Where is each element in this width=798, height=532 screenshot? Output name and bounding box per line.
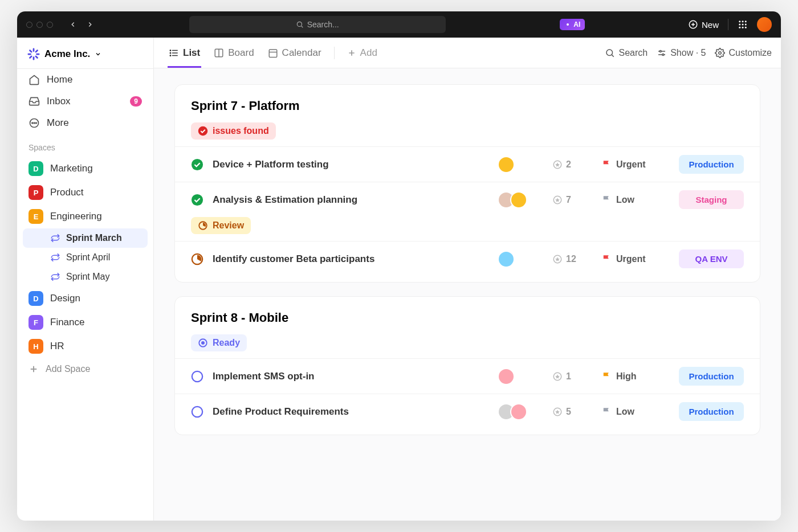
svg-point-48 (198, 126, 208, 136)
assignee-avatar[interactable] (510, 191, 527, 208)
window-controls[interactable] (26, 22, 53, 28)
subtask-count[interactable]: 7 (552, 195, 592, 205)
environment-tag[interactable]: Production (679, 402, 744, 421)
space-badge: F (28, 315, 43, 330)
subtask-count[interactable]: 12 (552, 254, 592, 264)
sidebar-home[interactable]: Home (17, 69, 153, 91)
task-status-icon[interactable] (191, 253, 203, 265)
ai-button[interactable]: AI (560, 19, 585, 30)
space-badge: E (28, 209, 43, 224)
status-label: Ready (213, 338, 240, 348)
task-row[interactable]: Device + Platform testing 2 Urgent Produ… (175, 146, 760, 182)
svg-marker-54 (555, 198, 560, 202)
tab-list[interactable]: List (163, 39, 206, 67)
history-nav (66, 17, 97, 32)
tab-calendar[interactable]: Calendar (262, 39, 327, 67)
search-placeholder: Search... (307, 20, 339, 29)
gear-icon (715, 48, 725, 58)
global-search[interactable]: Search... (189, 16, 446, 33)
task-row[interactable]: Implement SMS opt-in 1 High Production (175, 358, 760, 394)
sidebar-space-engineering[interactable]: EEngineering (17, 204, 153, 228)
task-row[interactable]: Analysis & Estimation planning 7 Low Sta… (175, 182, 760, 217)
sidebar-sprint-item[interactable]: Sprint April (23, 248, 148, 267)
sidebar-space-marketing[interactable]: DMarketing (17, 157, 153, 181)
workspace-name: Acme Inc. (44, 48, 90, 60)
svg-point-33 (170, 52, 171, 54)
tab-board[interactable]: Board (208, 39, 259, 67)
assignee-avatar[interactable] (510, 403, 527, 420)
priority[interactable]: Urgent (601, 159, 670, 170)
view-show-button[interactable]: Show · 5 (657, 48, 706, 58)
svg-point-41 (606, 50, 613, 56)
space-label: HR (50, 341, 64, 352)
new-button[interactable]: New (688, 19, 719, 30)
add-space-button[interactable]: Add Space (17, 358, 153, 380)
search-icon (296, 21, 304, 28)
assignee-avatar[interactable] (498, 368, 515, 385)
view-search-button[interactable]: Search (605, 48, 648, 58)
flag-icon (601, 407, 612, 417)
subtask-count[interactable]: 1 (552, 371, 592, 382)
sidebar-sprint-item[interactable]: Sprint May (23, 267, 148, 287)
task-name: Analysis & Estimation planning (213, 194, 488, 206)
sidebar-more[interactable]: More (17, 112, 153, 134)
task-status-icon[interactable] (191, 194, 203, 206)
close-dot[interactable] (26, 22, 32, 28)
workspace-selector[interactable]: Acme Inc. (17, 46, 153, 69)
assignee-avatar[interactable] (498, 251, 515, 268)
plus-icon (28, 364, 39, 374)
space-badge: H (28, 339, 43, 354)
svg-point-9 (739, 24, 740, 26)
min-dot[interactable] (36, 22, 43, 28)
subtask-count[interactable]: 2 (552, 159, 592, 170)
user-avatar[interactable] (757, 17, 772, 32)
list-icon (169, 48, 179, 58)
svg-rect-37 (269, 50, 277, 58)
task-status-icon[interactable] (191, 406, 203, 418)
plus-circle-icon (688, 19, 698, 30)
sidebar-inbox[interactable]: Inbox 9 (17, 91, 153, 112)
task-row[interactable]: Identify customer Beta participants 12 U… (175, 241, 760, 276)
apps-icon[interactable] (738, 19, 748, 30)
assignee-avatar[interactable] (498, 156, 515, 173)
svg-point-64 (192, 406, 202, 416)
environment-tag[interactable]: QA ENV (679, 249, 744, 268)
sidebar-space-product[interactable]: PProduct (17, 181, 153, 204)
priority[interactable]: High (601, 371, 670, 382)
forward-button[interactable] (83, 17, 97, 32)
status-pill-ready[interactable]: Ready (191, 334, 247, 351)
svg-point-47 (719, 51, 722, 54)
task-status-icon[interactable] (191, 370, 203, 383)
svg-point-46 (662, 54, 664, 55)
back-button[interactable] (66, 17, 80, 32)
search-icon (605, 48, 615, 58)
assignees (498, 191, 543, 208)
priority[interactable]: Low (601, 195, 670, 205)
priority[interactable]: Urgent (601, 254, 670, 264)
environment-tag[interactable]: Staging (679, 190, 744, 209)
task-row[interactable]: Define Product Requirements 5 Low Produc… (175, 394, 760, 429)
view-customize-button[interactable]: Customize (715, 48, 772, 58)
environment-tag[interactable]: Production (679, 367, 744, 386)
sprint-title: Sprint 8 - Mobile (175, 310, 760, 334)
spaces-label: Spaces (17, 134, 153, 157)
divider (334, 47, 335, 59)
star-icon (552, 254, 563, 264)
sidebar-space-finance[interactable]: FFinance (17, 310, 153, 334)
task-status-icon[interactable] (191, 158, 203, 171)
plus-icon (347, 48, 356, 58)
environment-tag[interactable]: Production (679, 155, 744, 174)
sidebar-space-design[interactable]: DDesign (17, 287, 153, 310)
sidebar-space-hr[interactable]: HHR (17, 334, 153, 358)
tab-add-view[interactable]: Add (341, 39, 383, 67)
svg-point-14 (745, 27, 747, 28)
status-pill-review[interactable]: Review (191, 217, 251, 234)
svg-marker-66 (555, 410, 560, 414)
logo-icon (27, 48, 40, 60)
subtask-count[interactable]: 5 (552, 407, 592, 417)
status-pill-issues[interactable]: issues found (191, 122, 276, 140)
max-dot[interactable] (47, 22, 53, 28)
svg-line-18 (36, 56, 38, 58)
sidebar-sprint-item[interactable]: Sprint March (23, 228, 148, 248)
priority[interactable]: Low (601, 407, 670, 417)
